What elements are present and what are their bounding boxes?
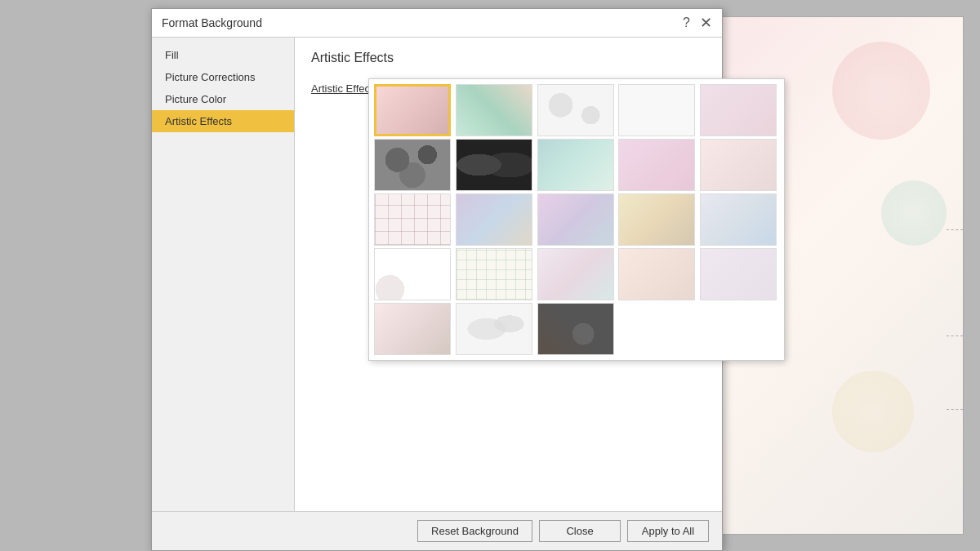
effect-thumb-1[interactable] (374, 84, 451, 136)
dialog-body: Fill Picture Corrections Picture Color A… (152, 38, 722, 511)
nav-item-artistic-effects[interactable]: Artistic Effects (152, 110, 294, 132)
effect-label: Artistic Effect: (311, 82, 376, 95)
dialog-footer: Reset Background Close Apply to All (152, 511, 722, 550)
titlebar-controls: ? ✕ (683, 16, 712, 30)
dialog-title: Format Background (162, 16, 262, 29)
nav-item-picture-corrections[interactable]: Picture Corrections (152, 66, 294, 88)
nav-item-picture-color[interactable]: Picture Color (152, 88, 294, 110)
dialog-titlebar: Format Background ? ✕ (152, 9, 722, 38)
section-title: Artistic Effects (311, 51, 706, 65)
effect-thumb-19[interactable] (618, 248, 695, 300)
effect-thumb-14[interactable] (618, 193, 695, 246)
effect-thumb-16[interactable] (374, 248, 451, 300)
effect-thumb-11[interactable] (374, 193, 451, 246)
apply-to-all-button[interactable]: Apply to All (627, 520, 709, 542)
effect-thumb-18[interactable] (537, 248, 614, 300)
effect-thumb-21[interactable] (374, 303, 451, 355)
slide-decoration-3 (832, 371, 914, 452)
effect-thumb-13[interactable] (537, 193, 614, 246)
nav-item-fill[interactable]: Fill (152, 44, 294, 66)
effect-thumb-20[interactable] (700, 248, 777, 300)
effect-thumb-15[interactable] (700, 193, 777, 246)
effect-thumb-12[interactable] (456, 193, 532, 246)
effect-thumb-3[interactable] (537, 84, 614, 136)
dotted-line-2 (947, 335, 963, 336)
effect-thumb-23[interactable] (537, 303, 614, 355)
reset-background-button[interactable]: Reset Background (417, 520, 532, 542)
effect-thumb-6[interactable] (374, 139, 451, 191)
slide-decoration-1 (832, 42, 930, 140)
effects-grid (374, 84, 779, 355)
effect-thumb-5[interactable] (700, 84, 777, 136)
dotted-line-3 (947, 409, 963, 410)
dotted-line-1 (947, 229, 963, 230)
effect-thumb-17[interactable] (456, 248, 532, 300)
help-button[interactable]: ? (683, 16, 690, 30)
effect-thumb-8[interactable] (537, 139, 614, 191)
content-panel: Artistic Effects Artistic Effect: ▼ Rese… (295, 38, 722, 511)
effect-thumb-22[interactable] (456, 303, 532, 355)
effects-grid-popup (368, 78, 785, 361)
effect-thumb-2[interactable] (456, 84, 532, 136)
effect-thumb-7[interactable] (456, 139, 532, 191)
slide-decoration-2 (881, 180, 947, 246)
close-icon[interactable]: ✕ (700, 16, 712, 30)
nav-panel: Fill Picture Corrections Picture Color A… (152, 38, 295, 511)
effect-thumb-9[interactable] (618, 139, 695, 191)
format-background-dialog: Format Background ? ✕ Fill Picture Corre… (151, 8, 723, 551)
effect-thumb-10[interactable] (700, 139, 777, 191)
effect-thumb-4[interactable] (618, 84, 695, 136)
close-button[interactable]: Close (539, 520, 621, 542)
